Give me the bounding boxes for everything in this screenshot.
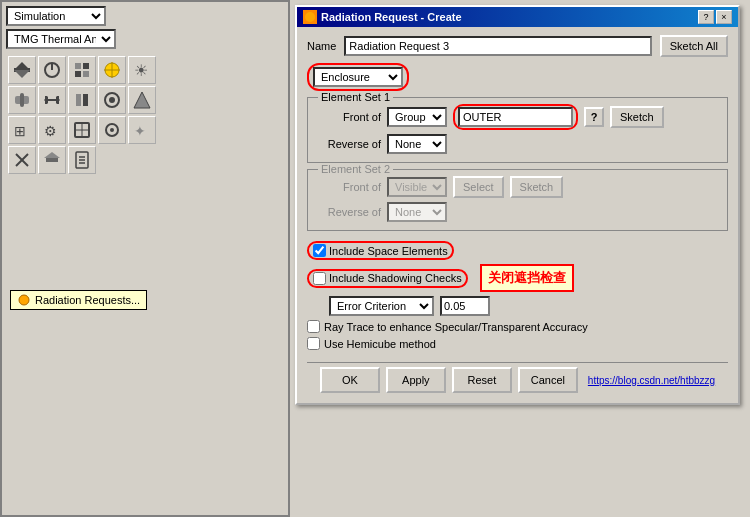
icon-15[interactable]: ✦ [128, 116, 156, 144]
icon-9[interactable] [98, 86, 126, 114]
cancel-button[interactable]: Cancel [518, 367, 578, 393]
include-shadowing-row: Include Shadowing Checks 关闭遮挡检查 [307, 264, 728, 292]
chinese-annotation: 关闭遮挡检查 [480, 264, 574, 292]
group-select[interactable]: Group [387, 107, 447, 127]
icon-7[interactable] [38, 86, 66, 114]
visible-combo: Visible [387, 177, 447, 197]
icon-14[interactable] [98, 116, 126, 144]
apply-button[interactable]: Apply [386, 367, 446, 393]
reverse-of-label: Reverse of [316, 138, 381, 150]
svg-point-42 [305, 12, 315, 22]
hemicube-row: Use Hemicube method [307, 337, 728, 350]
enclosure-highlight: Enclosure [307, 63, 409, 91]
include-space-row: Include Space Elements [307, 241, 728, 260]
error-criterion-select[interactable]: Error Criterion [329, 296, 434, 316]
element-set2-title: Element Set 2 [318, 163, 393, 175]
name-label: Name [307, 40, 336, 52]
svg-rect-35 [46, 158, 58, 162]
raytrace-label: Ray Trace to enhance Specular/Transparen… [324, 321, 588, 333]
titlebar-left: Radiation Request - Create [303, 10, 462, 24]
icon-8[interactable] [68, 86, 96, 114]
icon-12[interactable]: ⚙ [38, 116, 66, 144]
icon-5[interactable]: ☀ [128, 56, 156, 84]
icon-17[interactable] [38, 146, 66, 174]
group-combo: Group [387, 107, 447, 127]
sketch-all-button[interactable]: Sketch All [660, 35, 728, 57]
hemicube-label: Use Hemicube method [324, 338, 436, 350]
icon-1[interactable] [8, 56, 36, 84]
svg-text:⚙: ⚙ [44, 123, 57, 139]
front-of-label2: Front of [316, 181, 381, 193]
close-title-btn[interactable]: × [716, 10, 732, 24]
svg-rect-8 [83, 71, 89, 77]
outer-highlight [453, 104, 578, 130]
icon-3[interactable] [68, 56, 96, 84]
reverse-select2: None [387, 202, 447, 222]
svg-rect-5 [75, 63, 81, 69]
svg-marker-36 [44, 152, 60, 158]
raytrace-row: Ray Trace to enhance Specular/Transparen… [307, 320, 728, 333]
icon-11[interactable]: ⊞ [8, 116, 36, 144]
icon-6[interactable] [8, 86, 36, 114]
svg-rect-21 [83, 94, 88, 106]
include-space-highlight: Include Space Elements [307, 241, 454, 260]
visible-select: Visible [387, 177, 447, 197]
svg-rect-20 [76, 94, 81, 106]
radiation-requests-text: Radiation Requests... [35, 294, 140, 306]
help-title-btn[interactable]: ? [698, 10, 714, 24]
name-row: Name Sketch All [307, 35, 728, 57]
name-input[interactable] [344, 36, 651, 56]
error-criterion-value[interactable] [440, 296, 490, 316]
front-of-label: Front of [316, 111, 381, 123]
outer-input[interactable] [458, 107, 573, 127]
titlebar-buttons: ? × [698, 10, 732, 24]
error-criterion-row: Error Criterion [307, 296, 728, 316]
hemicube-checkbox[interactable] [307, 337, 320, 350]
reverse-select[interactable]: None [387, 134, 447, 154]
url-text: https://blog.csdn.net/htbbzzg [588, 375, 715, 386]
icon-4[interactable] [98, 56, 126, 84]
svg-marker-1 [14, 62, 30, 70]
options-section: Include Space Elements Include Shadowing… [307, 237, 728, 362]
help-button[interactable]: ? [584, 107, 604, 127]
enclosure-select[interactable]: Enclosure [313, 67, 403, 87]
radiation-requests-tooltip[interactable]: Radiation Requests... [10, 290, 147, 310]
radiation-icon [17, 293, 31, 307]
simulation-dropdown-row: Simulation [6, 6, 284, 26]
tmg-select[interactable]: TMG Thermal Anal [6, 29, 116, 49]
include-shadowing-checkbox[interactable] [313, 272, 326, 285]
icon-16[interactable] [8, 146, 36, 174]
svg-marker-24 [134, 92, 150, 108]
front-of-row: Front of Group ? Sketch [316, 104, 719, 130]
bg-toolbar: Simulation TMG Thermal Anal ☀ [2, 2, 288, 182]
icon-13[interactable] [68, 116, 96, 144]
svg-marker-2 [14, 70, 30, 78]
svg-point-31 [110, 128, 114, 132]
icon-2[interactable] [38, 56, 66, 84]
icon-18[interactable] [68, 146, 96, 174]
ok-button[interactable]: OK [320, 367, 380, 393]
include-space-checkbox[interactable] [313, 244, 326, 257]
reverse-of-row: Reverse of None [316, 134, 719, 154]
raytrace-checkbox[interactable] [307, 320, 320, 333]
reverse-of-label2: Reverse of [316, 206, 381, 218]
element-set1-box: Element Set 1 Front of Group ? Sketch Re… [307, 97, 728, 163]
dialog-content: Name Sketch All Enclosure Element Set 1 … [297, 27, 738, 403]
svg-text:⊞: ⊞ [14, 123, 26, 139]
include-space-label: Include Space Elements [329, 245, 448, 257]
svg-rect-6 [83, 63, 89, 69]
simulation-select[interactable]: Simulation [6, 6, 106, 26]
sketch-button[interactable]: Sketch [610, 106, 664, 128]
svg-text:✦: ✦ [134, 123, 146, 139]
radiation-request-dialog: Radiation Request - Create ? × Name Sket… [295, 5, 740, 405]
svg-point-23 [109, 97, 115, 103]
icon-grid: ☀ ⊞ ⚙ [6, 52, 186, 178]
include-shadowing-highlight: Include Shadowing Checks [307, 269, 468, 288]
element-set1-title: Element Set 1 [318, 91, 393, 103]
svg-rect-7 [75, 71, 81, 77]
icon-10[interactable] [128, 86, 156, 114]
dialog-titlebar: Radiation Request - Create ? × [297, 7, 738, 27]
include-shadowing-label: Include Shadowing Checks [329, 272, 462, 284]
svg-point-41 [19, 295, 29, 305]
reset-button[interactable]: Reset [452, 367, 512, 393]
